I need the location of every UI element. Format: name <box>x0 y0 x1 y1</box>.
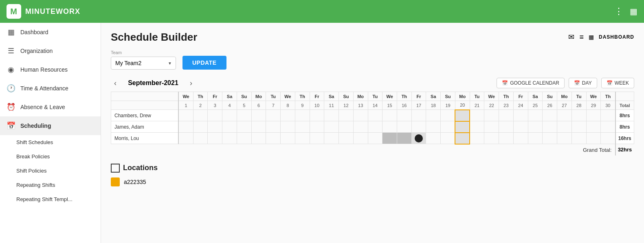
schedule-cell[interactable] <box>193 110 208 121</box>
schedule-cell[interactable] <box>397 121 411 133</box>
schedule-cell[interactable] <box>441 121 455 133</box>
sidebar-item-scheduling[interactable]: 📅 Scheduling <box>0 116 101 135</box>
schedule-cell[interactable] <box>571 110 586 121</box>
schedule-cell[interactable] <box>484 121 499 133</box>
schedule-cell[interactable] <box>528 121 543 133</box>
google-calendar-button[interactable]: 📅 GOOGLE CALENDAR <box>497 78 565 88</box>
schedule-cell[interactable] <box>208 121 222 133</box>
schedule-cell[interactable] <box>222 121 237 133</box>
schedule-cell[interactable] <box>586 133 601 144</box>
schedule-cell[interactable] <box>353 133 368 144</box>
schedule-cell[interactable] <box>499 110 514 121</box>
day-view-button[interactable]: 📅 DAY <box>569 78 597 88</box>
schedule-cell[interactable] <box>222 110 237 121</box>
schedule-cell[interactable] <box>601 121 615 133</box>
sidebar-item-human-resources[interactable]: ◉ Human Resources <box>0 60 101 79</box>
schedule-cell[interactable] <box>353 110 368 121</box>
sidebar-item-dashboard[interactable]: ▦ Dashboard <box>0 23 101 42</box>
schedule-cell[interactable] <box>441 110 455 121</box>
schedule-cell[interactable] <box>339 133 354 144</box>
sidebar-sub-shift-schedules[interactable]: Shift Schedules <box>0 135 101 149</box>
schedule-cell[interactable] <box>557 133 572 144</box>
schedule-cell[interactable] <box>178 110 193 121</box>
schedule-cell[interactable] <box>543 121 557 133</box>
schedule-cell[interactable] <box>571 121 586 133</box>
schedule-cell[interactable] <box>513 110 528 121</box>
schedule-cell[interactable] <box>193 133 208 144</box>
mail-icon[interactable]: ✉ <box>568 33 574 42</box>
prev-month-button[interactable]: ‹ <box>111 78 120 88</box>
schedule-cell[interactable] <box>528 133 543 144</box>
sidebar-sub-repeating-shift-templates[interactable]: Repeating Shift Templ... <box>0 192 101 206</box>
schedule-cell[interactable] <box>397 110 411 121</box>
week-view-button[interactable]: 📅 WEEK <box>601 78 634 88</box>
sidebar-item-organization[interactable]: ☰ Organization <box>0 42 101 60</box>
schedule-cell[interactable] <box>455 133 470 144</box>
grid-icon[interactable]: ▦ <box>630 7 637 16</box>
dots-icon[interactable]: ⋮ <box>614 6 623 17</box>
schedule-cell[interactable] <box>251 133 266 144</box>
schedule-cell[interactable] <box>543 110 557 121</box>
schedule-cell[interactable] <box>411 121 426 133</box>
schedule-cell[interactable] <box>382 133 397 144</box>
schedule-cell[interactable] <box>557 121 572 133</box>
schedule-cell[interactable] <box>484 110 499 121</box>
schedule-cell[interactable] <box>281 110 295 121</box>
schedule-cell[interactable] <box>178 121 193 133</box>
schedule-cell[interactable] <box>237 110 251 121</box>
schedule-cell[interactable] <box>513 121 528 133</box>
schedule-cell[interactable] <box>281 133 295 144</box>
schedule-cell[interactable] <box>543 133 557 144</box>
sidebar-sub-break-policies[interactable]: Break Policies <box>0 149 101 164</box>
schedule-cell[interactable] <box>601 110 615 121</box>
schedule-cell[interactable] <box>411 110 426 121</box>
location-item[interactable]: a222335 <box>111 177 634 186</box>
dashboard-label[interactable]: DASHBOARD <box>599 34 634 40</box>
schedule-cell[interactable] <box>295 133 310 144</box>
schedule-cell[interactable] <box>208 133 222 144</box>
schedule-cell[interactable] <box>571 133 586 144</box>
schedule-cell[interactable] <box>368 121 382 133</box>
schedule-cell[interactable] <box>426 121 441 133</box>
schedule-cell[interactable] <box>499 121 514 133</box>
schedule-cell[interactable] <box>237 121 251 133</box>
schedule-cell[interactable] <box>222 133 237 144</box>
schedule-cell[interactable] <box>586 110 601 121</box>
team-select[interactable]: My Team2 <box>111 57 176 70</box>
schedule-cell[interactable] <box>455 121 470 133</box>
schedule-cell[interactable] <box>324 121 339 133</box>
schedule-cell[interactable] <box>193 121 208 133</box>
filter-icon[interactable]: ≡ <box>579 33 584 42</box>
schedule-cell[interactable] <box>470 110 484 121</box>
sidebar-sub-shift-policies[interactable]: Shift Policies <box>0 164 101 178</box>
schedule-cell[interactable] <box>368 110 382 121</box>
schedule-cell[interactable] <box>310 110 324 121</box>
schedule-cell[interactable] <box>513 133 528 144</box>
schedule-cell[interactable] <box>601 133 615 144</box>
schedule-cell[interactable] <box>455 110 470 121</box>
schedule-cell[interactable] <box>324 133 339 144</box>
schedule-cell[interactable] <box>382 110 397 121</box>
schedule-cell[interactable] <box>251 121 266 133</box>
dashboard-grid-icon[interactable]: ▦ <box>589 34 594 40</box>
schedule-cell[interactable] <box>237 133 251 144</box>
schedule-cell[interactable] <box>586 121 601 133</box>
schedule-cell[interactable] <box>426 110 441 121</box>
schedule-cell[interactable] <box>397 133 411 144</box>
sidebar-item-absence-leave[interactable]: ⏰ Absence & Leave <box>0 98 101 116</box>
schedule-cell[interactable] <box>266 110 281 121</box>
schedule-cell[interactable] <box>251 110 266 121</box>
schedule-cell[interactable] <box>499 133 514 144</box>
schedule-cell[interactable] <box>295 121 310 133</box>
schedule-cell[interactable] <box>411 133 426 144</box>
schedule-cell[interactable] <box>339 121 354 133</box>
schedule-cell[interactable] <box>310 133 324 144</box>
schedule-cell[interactable] <box>353 121 368 133</box>
schedule-cell[interactable] <box>470 133 484 144</box>
sidebar-sub-repeating-shifts[interactable]: Repeating Shifts <box>0 178 101 192</box>
schedule-cell[interactable] <box>281 121 295 133</box>
update-button[interactable]: UPDATE <box>182 56 226 70</box>
schedule-cell[interactable] <box>528 110 543 121</box>
schedule-cell[interactable] <box>208 110 222 121</box>
schedule-cell[interactable] <box>382 121 397 133</box>
